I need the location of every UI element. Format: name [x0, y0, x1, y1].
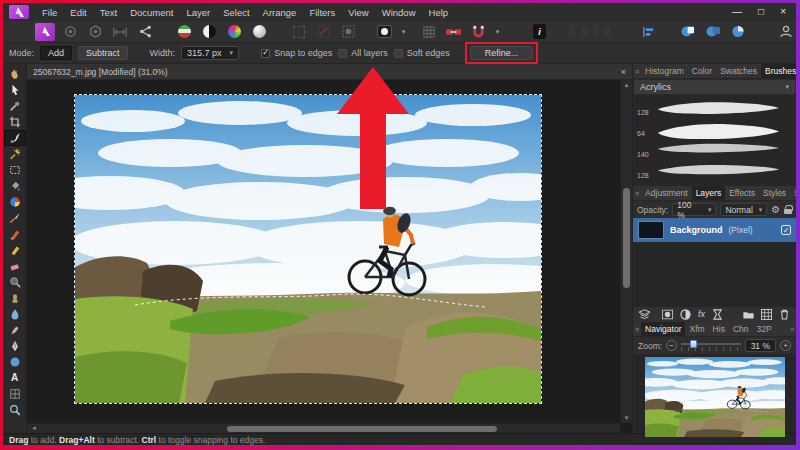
- close-button[interactable]: ×: [780, 7, 786, 17]
- zoom-slider[interactable]: [681, 340, 741, 352]
- geometry-subtract-icon[interactable]: [703, 23, 723, 41]
- scroll-down-icon[interactable]: ▼: [621, 415, 632, 421]
- tab-swatches[interactable]: Swatches: [716, 64, 761, 78]
- brush-item[interactable]: 128: [637, 160, 792, 181]
- gear-icon[interactable]: ⚙: [771, 205, 780, 215]
- mask-icon[interactable]: [662, 309, 673, 320]
- selection-marquee-icon[interactable]: [289, 23, 309, 41]
- horizontal-scroll-thumb[interactable]: [227, 426, 497, 432]
- blur-brush-tool-icon[interactable]: [4, 306, 26, 322]
- panel-menu-icon[interactable]: ≡: [635, 326, 639, 333]
- tab-stock[interactable]: Stock: [790, 186, 796, 200]
- develop-persona-icon[interactable]: [85, 23, 105, 41]
- paint-brush-tool-icon[interactable]: [4, 210, 26, 226]
- trash-icon[interactable]: [779, 309, 790, 320]
- crop-tool-icon[interactable]: [4, 114, 26, 130]
- view-tool-icon[interactable]: [4, 66, 26, 82]
- zoom-out-icon[interactable]: −: [666, 340, 677, 351]
- maximize-button[interactable]: □: [758, 7, 764, 17]
- layers-stack-icon[interactable]: [639, 309, 650, 320]
- clone-stamp-tool-icon[interactable]: [4, 290, 26, 306]
- menu-select[interactable]: Select: [223, 7, 249, 18]
- colour-picker-tool-icon[interactable]: [4, 98, 26, 114]
- menu-text[interactable]: Text: [100, 7, 117, 18]
- tab-brushes[interactable]: Brushes: [761, 64, 796, 78]
- menu-window[interactable]: Window: [382, 7, 416, 18]
- quick-mask-dropdown-icon[interactable]: ▾: [402, 28, 406, 36]
- layer-visibility-checkbox[interactable]: ✓: [781, 225, 791, 235]
- tab-32p[interactable]: 32P: [752, 322, 775, 336]
- smudge-brush-tool-icon[interactable]: [4, 322, 26, 338]
- grid-icon[interactable]: [419, 23, 439, 41]
- tab-color[interactable]: Color: [688, 64, 716, 78]
- tab-adjustment[interactable]: Adjustment: [641, 186, 692, 200]
- tab-effects[interactable]: Effects: [725, 186, 759, 200]
- tab-layers[interactable]: Layers: [692, 186, 726, 200]
- auto-contrast-icon[interactable]: [199, 23, 219, 41]
- gradient-tool-icon[interactable]: [4, 194, 26, 210]
- blend-mode-dropdown[interactable]: Normal ▾: [720, 203, 767, 216]
- menu-edit[interactable]: Edit: [70, 7, 86, 18]
- auto-white-balance-icon[interactable]: [249, 23, 269, 41]
- zoom-in-icon[interactable]: +: [780, 340, 791, 351]
- mesh-warp-tool-icon[interactable]: [4, 386, 26, 402]
- refine-button[interactable]: Refine...: [470, 46, 534, 60]
- brush-category-dropdown[interactable]: Acrylics ▾: [633, 79, 796, 95]
- dodge-brush-tool-icon[interactable]: [4, 274, 26, 290]
- affinity-logo-icon[interactable]: [9, 5, 29, 19]
- mode-subtract-button[interactable]: Subtract: [78, 46, 128, 60]
- menu-view[interactable]: View: [348, 7, 368, 18]
- scroll-left-icon[interactable]: ◄: [31, 425, 37, 431]
- scroll-up-icon[interactable]: ▲: [621, 82, 632, 88]
- menu-arrange[interactable]: Arrange: [263, 7, 297, 18]
- zoom-tool-icon[interactable]: [4, 402, 26, 418]
- photo-with-selection[interactable]: [75, 95, 541, 403]
- document-tab[interactable]: 25067632_m.jpg [Modified] (31.0%) ×: [27, 64, 632, 80]
- width-dropdown[interactable]: 315.7 px ▾: [181, 46, 239, 60]
- mode-add-button[interactable]: Add: [40, 46, 72, 60]
- account-icon[interactable]: [776, 23, 796, 41]
- text-tool-icon[interactable]: A: [4, 370, 26, 386]
- new-group-icon[interactable]: [743, 309, 754, 320]
- selection-brush-tool-icon[interactable]: [4, 130, 26, 146]
- alignment-icon[interactable]: [639, 23, 659, 41]
- zoom-value[interactable]: 31 %: [745, 339, 776, 352]
- document-tab-close-icon[interactable]: ×: [621, 67, 626, 77]
- new-layer-icon[interactable]: [761, 309, 772, 320]
- export-persona-icon[interactable]: [135, 23, 155, 41]
- flood-select-tool-icon[interactable]: [4, 146, 26, 162]
- layer-effects-icon[interactable]: fx: [698, 310, 705, 319]
- shape-tool-icon[interactable]: [4, 354, 26, 370]
- pixel-tool-icon[interactable]: [4, 242, 26, 258]
- vertical-scrollbar[interactable]: ▲ ▼: [620, 80, 632, 423]
- brush-item[interactable]: 64: [637, 118, 792, 139]
- tab-chn[interactable]: Chn: [729, 322, 753, 336]
- all-layers-checkbox[interactable]: All layers: [338, 48, 388, 58]
- lock-icon[interactable]: [784, 205, 792, 214]
- tab-xfm[interactable]: Xfm: [685, 322, 708, 336]
- assistant-icon[interactable]: i: [530, 23, 550, 41]
- tab-styles[interactable]: Styles: [759, 186, 790, 200]
- vertical-scroll-thumb[interactable]: [623, 188, 630, 288]
- panel-menu-icon[interactable]: ≡: [790, 326, 794, 333]
- panel-menu-icon[interactable]: ≡: [635, 68, 639, 75]
- snapping-icon[interactable]: [444, 23, 464, 41]
- quick-mask-icon[interactable]: [375, 23, 395, 41]
- photo-persona-icon[interactable]: [35, 23, 55, 41]
- minimize-button[interactable]: —: [732, 7, 742, 17]
- tab-his[interactable]: His: [709, 322, 729, 336]
- live-filter-icon[interactable]: [712, 309, 723, 320]
- erase-brush-tool-icon[interactable]: [4, 258, 26, 274]
- deselect-icon[interactable]: [314, 23, 334, 41]
- snap-to-edges-checkbox[interactable]: ✓ Snap to edges: [261, 48, 332, 58]
- liquify-persona-icon[interactable]: [60, 23, 80, 41]
- menu-file[interactable]: File: [42, 7, 57, 18]
- auto-levels-icon[interactable]: [174, 23, 194, 41]
- menu-layer[interactable]: Layer: [186, 7, 210, 18]
- zoom-slider-thumb[interactable]: [690, 340, 697, 348]
- marquee-tool-icon[interactable]: [4, 162, 26, 178]
- panel-menu-icon[interactable]: ≡: [635, 190, 639, 197]
- soft-edges-checkbox[interactable]: Soft edges: [394, 48, 450, 58]
- canvas[interactable]: ▲ ▼ ◄: [27, 80, 632, 433]
- auto-colour-icon[interactable]: [224, 23, 244, 41]
